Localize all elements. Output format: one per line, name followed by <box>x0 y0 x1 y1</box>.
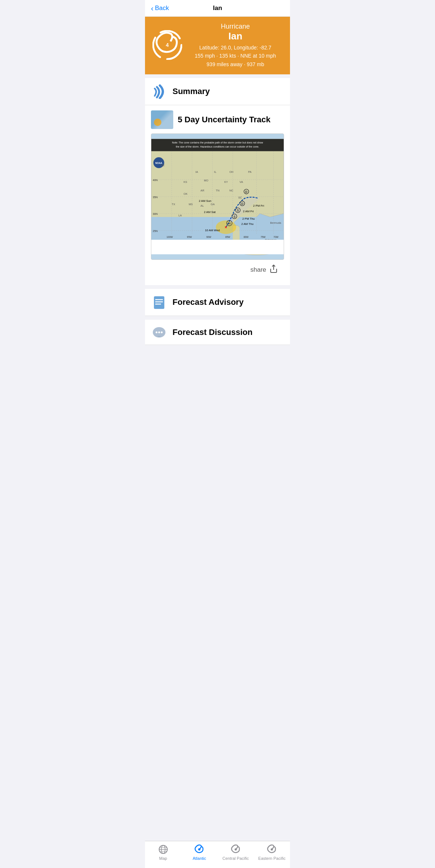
svg-text:2 AM Sun: 2 AM Sun <box>199 199 212 203</box>
page-title: Ian <box>213 4 222 12</box>
svg-text:TX: TX <box>172 203 175 206</box>
forecast-discussion-section: Forecast Discussion <box>145 320 290 345</box>
svg-text:90W: 90W <box>206 236 211 239</box>
svg-text:95W: 95W <box>187 236 192 239</box>
hurricane-swirl-icon: 4 <box>152 30 182 60</box>
svg-text:×: × <box>225 225 227 229</box>
svg-point-86 <box>156 331 158 333</box>
detail-line1: Latitude: 26.0, Longitude: -82.7 <box>188 43 283 52</box>
share-label: share <box>250 266 266 274</box>
forecast-discussion-label: Forecast Discussion <box>173 327 252 337</box>
detail-line2: 155 mph · 135 kts · NNE at 10 mph <box>188 52 283 60</box>
forecast-advisory-label: Forecast Advisory <box>173 297 244 307</box>
svg-text:Bermuda: Bermuda <box>270 221 281 225</box>
svg-text:2 AM Sat: 2 AM Sat <box>204 210 216 214</box>
svg-text:D: D <box>241 202 244 206</box>
forecast-discussion-icon <box>151 324 167 341</box>
svg-rect-76 <box>151 240 284 254</box>
svg-text:OK: OK <box>184 193 188 196</box>
track-card: 5 Day Uncertainty Track Note: The cone c… <box>145 105 290 285</box>
svg-point-83 <box>155 301 157 303</box>
svg-text:VA: VA <box>239 181 243 184</box>
detail-line3: 939 miles away · 937 mb <box>188 60 283 68</box>
svg-marker-3 <box>151 139 284 227</box>
forecast-advisory-icon <box>151 294 167 310</box>
nav-bar: ‹ Back Ian <box>145 0 290 17</box>
forecast-advisory-section: Forecast Advisory <box>145 289 290 316</box>
share-row: share <box>151 260 284 280</box>
card-header: 5 Day Uncertainty Track <box>151 110 284 129</box>
svg-text:PA: PA <box>248 170 251 174</box>
svg-text:KY: KY <box>224 181 228 184</box>
svg-text:25N: 25N <box>153 229 158 233</box>
svg-text:Note: The cone contains the pr: Note: The cone contains the probable pat… <box>172 141 263 144</box>
hurricane-info: Hurricane Ian Latitude: 26.0, Longitude:… <box>188 23 283 68</box>
svg-text:LA: LA <box>178 214 182 217</box>
card-thumbnail <box>151 110 173 129</box>
back-label: Back <box>155 4 169 12</box>
svg-point-84 <box>155 304 157 305</box>
svg-text:S: S <box>233 215 236 219</box>
svg-text:30N: 30N <box>153 212 158 216</box>
hurricane-name: Ian <box>188 30 283 42</box>
svg-text:35N: 35N <box>153 196 158 199</box>
svg-point-88 <box>161 331 163 333</box>
svg-text:IL: IL <box>214 170 216 174</box>
summary-section: Summary <box>145 78 290 105</box>
summary-icon <box>151 83 167 100</box>
hurricane-details: Latitude: 26.0, Longitude: -82.7 155 mph… <box>188 43 283 68</box>
svg-point-87 <box>158 331 160 333</box>
svg-text:MO: MO <box>204 179 208 182</box>
svg-text:NE: NE <box>161 164 165 167</box>
category-badge: 4 <box>166 42 169 48</box>
hurricane-type: Hurricane <box>188 23 283 30</box>
svg-text:80W: 80W <box>244 236 248 239</box>
card-title: 5 Day Uncertainty Track <box>178 115 270 125</box>
svg-text:OH: OH <box>229 170 233 174</box>
svg-text:AL: AL <box>200 204 204 208</box>
track-map: Note: The cone contains the probable pat… <box>151 133 284 260</box>
hurricane-banner: 4 Hurricane Ian Latitude: 26.0, Longitud… <box>145 17 290 74</box>
svg-text:AR: AR <box>200 189 204 192</box>
svg-text:S: S <box>237 209 239 212</box>
svg-text:TN: TN <box>216 189 219 192</box>
svg-text:MS: MS <box>188 203 193 206</box>
svg-text:10 AM Wed: 10 AM Wed <box>205 229 220 232</box>
back-chevron-icon: ‹ <box>151 4 154 12</box>
svg-text:2 AM Fri: 2 AM Fri <box>243 210 254 213</box>
back-button[interactable]: ‹ Back <box>151 4 169 12</box>
svg-rect-78 <box>154 296 164 309</box>
svg-text:GA: GA <box>211 203 215 206</box>
hurricane-icon-wrap: 4 <box>152 30 182 61</box>
svg-text:SC: SC <box>238 196 242 199</box>
svg-text:H: H <box>228 222 231 225</box>
share-icon[interactable] <box>269 264 278 275</box>
svg-text:2 PM Fri: 2 PM Fri <box>253 204 264 208</box>
svg-text:2 PM Thu: 2 PM Thu <box>242 217 255 220</box>
summary-label: Summary <box>173 87 210 96</box>
svg-text:40N: 40N <box>153 178 158 182</box>
svg-text:KS: KS <box>184 181 187 184</box>
svg-text:85W: 85W <box>225 236 230 239</box>
svg-text:2 AM Thu: 2 AM Thu <box>241 222 254 226</box>
svg-point-82 <box>155 299 157 300</box>
svg-text:the size of the storm. Hazardo: the size of the storm. Hazardous conditi… <box>176 145 259 148</box>
svg-text:IA: IA <box>196 170 198 174</box>
svg-text:100W: 100W <box>167 236 173 239</box>
svg-text:D: D <box>245 190 248 194</box>
svg-text:NC: NC <box>229 189 233 192</box>
